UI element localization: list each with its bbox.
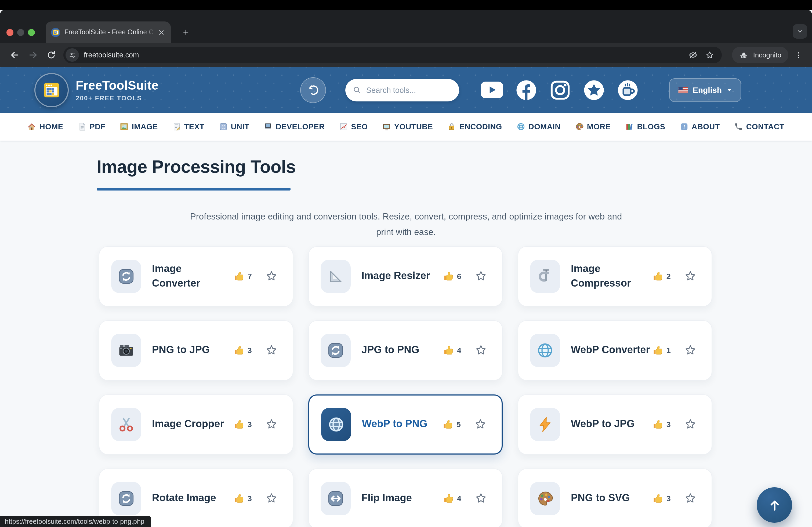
like-count: 7 — [248, 272, 252, 281]
new-tab-button[interactable] — [178, 25, 193, 39]
tool-name: Rotate Image — [152, 491, 234, 506]
tool-icon — [536, 490, 554, 507]
thumbs-up-icon — [443, 419, 454, 430]
bookmark-star-icon[interactable] — [705, 50, 714, 60]
nav-item-seo[interactable]: SEO — [339, 122, 367, 131]
favorite-star-icon[interactable] — [475, 344, 487, 356]
minimize-window-button[interactable] — [17, 29, 24, 36]
favorite-star-icon[interactable] — [684, 492, 697, 505]
nav-item-contact[interactable]: CONTACT — [735, 122, 784, 131]
like-button[interactable]: 2 — [653, 270, 671, 282]
back-button[interactable] — [5, 46, 24, 64]
tab-favicon — [51, 28, 60, 37]
nav-item-developer[interactable]: DEVELOPER — [264, 122, 325, 131]
tool-icon-tile — [321, 482, 351, 515]
like-button[interactable]: 4 — [443, 493, 461, 504]
url-text[interactable]: freetoolsuite.com — [84, 51, 139, 59]
like-button[interactable]: 6 — [443, 270, 461, 282]
favorite-star-icon[interactable] — [684, 418, 697, 431]
nav-item-blogs[interactable]: BLOGS — [625, 122, 665, 131]
coffee-icon[interactable] — [617, 79, 639, 101]
tool-icon-tile — [530, 408, 560, 441]
favorite-star-icon[interactable] — [474, 418, 487, 431]
tool-card[interactable]: Image Resizer 6 — [308, 246, 503, 306]
tool-card[interactable]: JPG to PNG 4 — [308, 320, 503, 380]
tool-card[interactable]: WebP to PNG 5 — [308, 394, 503, 454]
tool-card[interactable]: PNG to SVG 3 — [518, 468, 712, 527]
tool-card[interactable]: PNG to JPG 3 — [99, 320, 293, 380]
tool-card[interactable]: WebP Converter 1 — [518, 320, 712, 380]
like-button[interactable]: 7 — [234, 270, 252, 282]
eye-off-icon[interactable] — [688, 50, 698, 60]
zoom-window-button[interactable] — [28, 29, 35, 36]
site-settings-button[interactable] — [66, 48, 79, 62]
nav-item-icon — [28, 122, 36, 131]
favorite-star-icon[interactable] — [265, 270, 278, 282]
like-button[interactable]: 3 — [234, 493, 252, 504]
like-button[interactable]: 5 — [443, 419, 461, 430]
search-input[interactable] — [365, 85, 452, 95]
thumbs-up-icon — [443, 493, 454, 504]
nav-item-icon — [575, 122, 584, 131]
forward-button[interactable] — [24, 46, 42, 64]
favorite-star-icon[interactable] — [265, 418, 278, 431]
nav-item-encoding[interactable]: ENCODING — [447, 122, 502, 131]
nav-item-domain[interactable]: DOMAIN — [517, 122, 561, 131]
like-count: 3 — [666, 420, 671, 428]
like-button[interactable]: 3 — [653, 493, 671, 504]
like-button[interactable]: 1 — [653, 345, 671, 356]
nav-item-image[interactable]: IMAGE — [120, 122, 158, 131]
favorite-star-icon[interactable] — [475, 270, 487, 282]
nav-item-label: MORE — [587, 122, 611, 131]
favorite-star-icon[interactable] — [265, 492, 278, 505]
like-button[interactable]: 3 — [234, 345, 252, 356]
screen: FreeToolSuite - Free Online C freetoolsu… — [0, 0, 812, 527]
like-button[interactable]: 4 — [443, 345, 461, 356]
window-grid-icon — [52, 29, 59, 35]
like-button[interactable]: 3 — [653, 419, 671, 430]
brand-block[interactable]: FreeToolSuite 200+ FREE TOOLS — [76, 78, 159, 102]
tab-search-button[interactable] — [793, 24, 807, 39]
tool-icon-tile — [111, 259, 141, 293]
favorite-star-icon[interactable] — [265, 344, 278, 356]
chevron-down-icon — [796, 28, 803, 35]
address-bar[interactable]: freetoolsuite.com — [63, 47, 722, 63]
nav-item-pdf[interactable]: PDF — [77, 122, 105, 131]
nav-item-youtube[interactable]: YOUTUBE — [382, 122, 433, 131]
tool-card[interactable]: WebP to JPG 3 — [518, 394, 712, 454]
nav-item-unit[interactable]: 1234 UNIT — [219, 122, 249, 131]
main-nav: HOME PDF IMAGE TEXT 1234 UNIT DEVELOPER … — [0, 113, 812, 140]
instagram-icon[interactable] — [549, 79, 571, 101]
like-button[interactable]: 3 — [234, 419, 252, 430]
tool-card[interactable]: Image Cropper 3 — [99, 394, 293, 454]
undo-button[interactable] — [300, 77, 326, 103]
favorite-star-icon[interactable] — [684, 344, 697, 356]
thumbs-up-icon — [443, 345, 454, 356]
nav-item-text[interactable]: TEXT — [172, 122, 205, 131]
facebook-icon[interactable] — [516, 79, 537, 101]
nav-item-more[interactable]: MORE — [575, 122, 611, 131]
language-label: English — [693, 85, 722, 94]
tool-card[interactable]: Image Compressor 2 — [518, 246, 712, 306]
tool-card[interactable]: Image Converter 7 — [99, 246, 293, 306]
favorite-star-icon[interactable] — [684, 270, 697, 282]
tab-close-icon[interactable] — [157, 28, 165, 36]
tool-name: Flip Image — [361, 491, 443, 506]
favorite-star-icon[interactable] — [475, 492, 487, 505]
close-window-button[interactable] — [6, 29, 13, 36]
tool-name: JPG to PNG — [361, 343, 443, 358]
nav-item-home[interactable]: HOME — [28, 122, 63, 131]
language-selector[interactable]: English — [669, 78, 741, 102]
nav-item-about[interactable]: i ABOUT — [680, 122, 720, 131]
browser-tab[interactable]: FreeToolSuite - Free Online C — [46, 21, 171, 43]
browser-menu-button[interactable] — [791, 47, 807, 63]
site-logo[interactable] — [34, 73, 69, 107]
like-count: 2 — [666, 272, 671, 281]
scroll-to-top-button[interactable] — [757, 487, 792, 523]
reload-button[interactable] — [42, 46, 60, 64]
tool-card[interactable]: Flip Image 4 — [308, 468, 503, 527]
favorites-icon[interactable] — [583, 79, 605, 101]
search-box[interactable] — [345, 79, 459, 101]
nav-item-icon: 1234 — [219, 122, 228, 131]
youtube-icon[interactable] — [481, 81, 503, 98]
